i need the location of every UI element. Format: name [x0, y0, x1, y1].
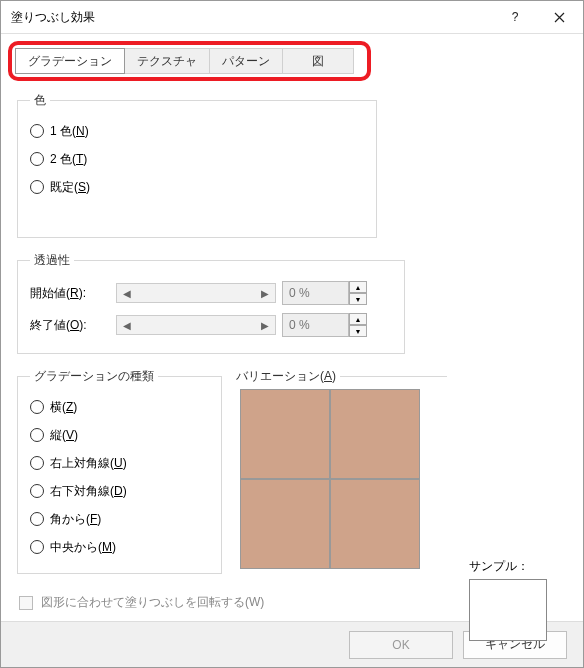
spinner-down-icon[interactable]: ▼ — [349, 325, 367, 337]
transparency-legend: 透過性 — [30, 252, 74, 269]
color-legend: 色 — [30, 92, 50, 109]
tab-gradient[interactable]: グラデーション — [15, 48, 125, 74]
fill-effects-dialog: 塗りつぶし効果 ? グラデーション テクスチャ パターン 図 色 1 色(N) … — [0, 0, 584, 668]
radio-diag-down[interactable]: 右下対角線(D) — [30, 477, 209, 505]
radio-horizontal[interactable]: 横(Z) — [30, 393, 209, 421]
variations-grid — [240, 389, 447, 569]
radio-icon — [30, 124, 44, 138]
ok-button[interactable]: OK — [349, 631, 453, 659]
titlebar: 塗りつぶし効果 ? — [1, 1, 583, 34]
help-button[interactable]: ? — [493, 1, 537, 33]
spinner-up-icon[interactable]: ▲ — [349, 313, 367, 325]
sample-preview — [469, 579, 547, 641]
gradient-type-group: グラデーションの種類 横(Z) 縦(V) 右上対角線(U) 右下対角線(D) 角… — [17, 368, 222, 574]
radio-vertical[interactable]: 縦(V) — [30, 421, 209, 449]
start-value: 0 % — [282, 281, 349, 305]
variation-2[interactable] — [330, 389, 420, 479]
tab-pattern[interactable]: パターン — [209, 48, 283, 74]
radio-from-center[interactable]: 中央から(M) — [30, 533, 209, 561]
variations-group: バリエーション(A) — [232, 368, 447, 574]
end-value: 0 % — [282, 313, 349, 337]
spinner-up-icon[interactable]: ▲ — [349, 281, 367, 293]
sample-label: サンプル： — [469, 558, 561, 575]
close-icon — [554, 12, 565, 23]
radio-icon — [30, 180, 44, 194]
dialog-body: 色 1 色(N) 2 色(T) 既定(S) 透過性 開始値(R): ◀ ▶ — [1, 88, 583, 621]
radio-from-corner[interactable]: 角から(F) — [30, 505, 209, 533]
radio-icon — [30, 152, 44, 166]
chevron-left-icon: ◀ — [123, 288, 131, 299]
radio-icon — [30, 540, 44, 554]
tab-texture[interactable]: テクスチャ — [124, 48, 210, 74]
variations-legend: バリエーション(A) — [232, 368, 340, 385]
tab-strip: グラデーション テクスチャ パターン 図 — [8, 41, 371, 81]
end-label: 終了値(O): — [30, 317, 110, 334]
tab-picture[interactable]: 図 — [282, 48, 354, 74]
end-spinner[interactable]: 0 % ▲ ▼ — [282, 313, 367, 337]
radio-two-color[interactable]: 2 色(T) — [30, 145, 364, 173]
transparency-start-row: 開始値(R): ◀ ▶ 0 % ▲ ▼ — [30, 277, 392, 309]
radio-icon — [30, 512, 44, 526]
dialog-title: 塗りつぶし効果 — [11, 9, 493, 26]
chevron-right-icon: ▶ — [261, 288, 269, 299]
rotate-label: 図形に合わせて塗りつぶしを回転する(W) — [41, 594, 264, 611]
gradient-row: グラデーションの種類 横(Z) 縦(V) 右上対角線(U) 右下対角線(D) 角… — [17, 368, 567, 588]
variation-1[interactable] — [240, 389, 330, 479]
radio-one-color[interactable]: 1 色(N) — [30, 117, 364, 145]
radio-preset[interactable]: 既定(S) — [30, 173, 364, 201]
checkbox-icon — [19, 596, 33, 610]
chevron-left-icon: ◀ — [123, 320, 131, 331]
color-group: 色 1 色(N) 2 色(T) 既定(S) — [17, 92, 377, 238]
radio-icon — [30, 484, 44, 498]
close-button[interactable] — [537, 1, 581, 33]
chevron-right-icon: ▶ — [261, 320, 269, 331]
start-slider[interactable]: ◀ ▶ — [116, 283, 276, 303]
start-label: 開始値(R): — [30, 285, 110, 302]
start-spinner[interactable]: 0 % ▲ ▼ — [282, 281, 367, 305]
radio-icon — [30, 428, 44, 442]
variation-4[interactable] — [330, 479, 420, 569]
radio-diag-up[interactable]: 右上対角線(U) — [30, 449, 209, 477]
variation-3[interactable] — [240, 479, 330, 569]
transparency-group: 透過性 開始値(R): ◀ ▶ 0 % ▲ ▼ 終了値(O): — [17, 252, 405, 354]
gradient-type-legend: グラデーションの種類 — [30, 368, 158, 385]
radio-icon — [30, 456, 44, 470]
transparency-end-row: 終了値(O): ◀ ▶ 0 % ▲ ▼ — [30, 309, 392, 341]
spinner-down-icon[interactable]: ▼ — [349, 293, 367, 305]
radio-icon — [30, 400, 44, 414]
sample-area: サンプル： — [469, 558, 561, 641]
end-slider[interactable]: ◀ ▶ — [116, 315, 276, 335]
